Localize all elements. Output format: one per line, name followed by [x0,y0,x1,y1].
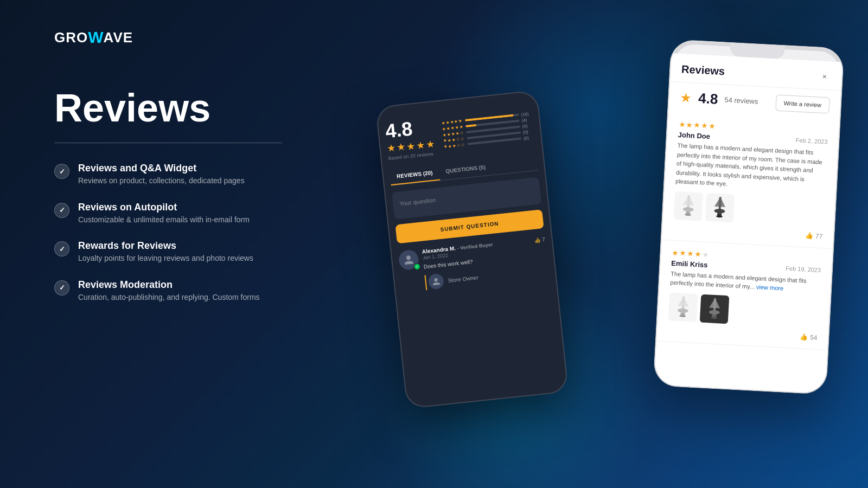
check-icon-reviews-widget [54,164,69,179]
summary-count: 54 reviews [724,95,758,105]
feature-item-reviews-widget: Reviews and Q&A Widget Reviews on produc… [54,163,336,187]
star-2-2: ★ [679,248,687,258]
thumbs-up-icon-1: 👍 [805,232,814,240]
feature-item-reviews-moderation: Reviews Moderation Curation, auto-publis… [54,279,336,303]
svg-point-15 [711,316,717,319]
write-review-button[interactable]: Write a review [775,94,830,113]
feature-title-reviews-widget: Reviews and Q&A Widget [78,163,245,174]
star-1-2: ★ [686,120,693,130]
svg-point-1 [682,207,693,211]
svg-point-9 [678,308,688,313]
star-2-1: ★ [672,248,679,257]
phone-white: Reviews × ★ 4.8 54 reviews Write a revie… [653,39,844,395]
summary-rating: 4.8 [698,90,719,108]
logo-text-ave: AVE [104,29,133,46]
bar-count-1: (0) [524,135,529,140]
feature-title-reviews-moderation: Reviews Moderation [78,279,260,291]
dark-star-bars: ★★★★★ (16) ★★★★★ (4) ★★★★☆ (0) [441,111,532,149]
review-thumb-1-2 [705,192,735,222]
question-placeholder: Your question [399,197,436,207]
svg-point-7 [716,215,723,217]
feature-text-rewards-reviews: Rewards for Reviews Loyalty points for l… [78,240,253,264]
review-likes-1: 👍 77 [673,224,822,240]
bar-fill-4 [465,124,476,127]
dark-like-count: 👍 7 [534,236,545,243]
star-1-1: ★ [678,120,686,129]
store-owner-avatar [427,273,444,290]
check-icon-reviews-moderation [54,280,69,296]
svg-point-11 [679,314,686,317]
feature-item-reviews-autopilot: Reviews on Autopilot Customizable & unli… [54,202,336,226]
review-thumb-2-1 [668,292,698,322]
feature-item-rewards-reviews: Rewards for Reviews Loyalty points for l… [54,240,336,264]
phone-notch [730,43,784,59]
review-body-1: The lamp has a modern and elegant design… [675,141,827,194]
feature-title-rewards-reviews: Rewards for Reviews [78,240,253,252]
summary-star-icon: ★ [680,90,692,106]
title-divider [54,143,282,143]
lamp-image-3 [673,294,693,319]
dark-tab-reviews[interactable]: REVIEWS (20) [390,165,440,185]
person-icon [403,254,414,266]
features-list: Reviews and Q&A Widget Reviews on produc… [54,163,336,303]
thumbs-up-icon-2: 👍 [800,333,808,341]
reviewer-name-2: Emili Kriss [671,259,708,268]
logo-wave-icon: W [88,28,103,47]
store-owner-icon [431,277,441,286]
mini-stars-1: ★★★☆☆ [443,142,465,149]
review-images-1 [674,191,825,227]
review-thumb-1-1 [674,191,704,221]
star-1-4: ★ [701,121,709,130]
logo: GRO W AVE [54,28,133,47]
feature-text-reviews-moderation: Reviews Moderation Curation, auto-publis… [78,279,260,303]
close-button[interactable]: × [818,69,831,83]
logo-text: GRO [54,29,88,46]
check-icon-rewards-reviews [54,241,69,256]
verified-badge-icon: ✓ [413,263,420,270]
feature-desc-reviews-widget: Reviews on product, collections, dedicat… [78,176,245,187]
star-2-5: ★ [702,249,710,259]
review-card-1: ★ ★ ★ ★ ★ John Doe Feb 2, 2023 The lamp … [662,112,840,249]
left-content: Reviews Reviews and Q&A Widget Reviews o… [54,87,336,303]
review-date-2: Feb 19, 2023 [786,265,821,273]
bar-count-3: (0) [522,124,528,129]
bar-count-5: (16) [521,111,529,117]
star-1-5: ★ [709,121,716,131]
reviewer-name-1: John Doe [678,131,710,140]
dark-review-content: Alexandra M. - Verified Buyer 👍 7 Jan 1,… [422,236,549,290]
like-count-1: 77 [815,232,823,240]
review-date-1: Feb 2, 2023 [795,137,827,145]
star-2-4: ★ [694,249,702,258]
star-1-3: ★ [693,120,701,130]
feature-text-reviews-widget: Reviews and Q&A Widget Reviews on produc… [78,163,245,187]
page-title: Reviews [54,87,336,130]
review-thumb-2-2 [700,294,730,324]
store-owner-label: Store Owner [448,274,478,284]
bar-count-2: (0) [522,129,528,134]
lamp-image-4 [704,297,725,322]
lamp-image-1 [678,194,699,219]
view-more-link[interactable]: view more [756,284,784,292]
bar-count-4: (4) [521,118,527,123]
review-likes-2: 👍 54 [668,326,818,341]
phone-dark: 4.8 ★★★★★ Based on 20 reviews ★★★★★ (16)… [375,90,569,409]
svg-point-3 [685,213,691,216]
dark-review-item: ✓ Alexandra M. - Verified Buyer 👍 7 Jan … [398,236,550,293]
phones-container: 4.8 ★★★★★ Based on 20 reviews ★★★★★ (16)… [358,33,846,477]
white-reviews-title: Reviews [681,63,725,78]
reviewer-avatar: ✓ [398,249,420,271]
svg-point-5 [714,208,725,213]
feature-desc-rewards-reviews: Loyalty points for leaving reviews and p… [78,253,253,264]
dark-tab-questions[interactable]: QUESTIONS (5) [438,159,493,180]
feature-title-reviews-autopilot: Reviews on Autopilot [78,202,250,213]
dark-rating-summary: 4.8 ★★★★★ Based on 20 reviews ★★★★★ (16)… [384,105,535,161]
review-body-2-text: The lamp has a modern and elegant design… [670,270,807,290]
star-2-3: ★ [687,249,694,258]
check-icon-reviews-autopilot [54,203,69,218]
feature-text-reviews-autopilot: Reviews on Autopilot Customizable & unli… [78,202,250,226]
phone-white-inner: Reviews × ★ 4.8 54 reviews Write a revie… [654,53,843,394]
feature-desc-reviews-moderation: Curation, auto-publishing, and replying.… [78,292,260,303]
svg-point-13 [709,310,720,314]
like-count-2: 54 [810,333,818,342]
review-card-2: ★ ★ ★ ★ ★ Emili Kriss Feb 19, 2023 The l… [656,240,833,350]
